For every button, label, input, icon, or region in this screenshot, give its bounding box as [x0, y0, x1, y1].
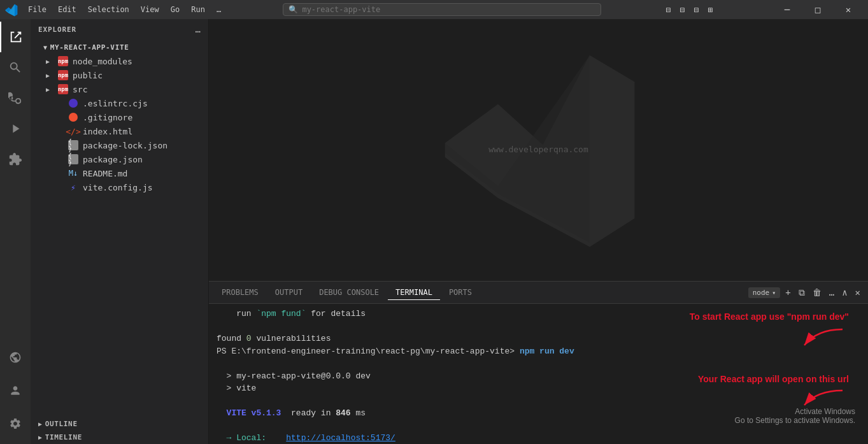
lock-icon: { }	[68, 140, 79, 151]
term-line-npm-fund: run `npm fund` for details	[217, 308, 860, 320]
tree-item-src[interactable]: ▶ npm src	[31, 82, 208, 96]
tree-item-package-json[interactable]: ▶ { } package.json	[31, 152, 208, 166]
sidebar-title: EXPLORER	[38, 25, 76, 34]
activity-bar-bottom	[0, 342, 31, 439]
menu-view[interactable]: View	[136, 4, 164, 15]
trash-terminal-icon[interactable]: 🗑	[810, 286, 824, 299]
title-bar: File Edit Selection View Go Run … 🔍 ⊟ ⊟ …	[0, 0, 868, 19]
menu-file[interactable]: File	[23, 4, 52, 15]
tab-terminal[interactable]: TERMINAL	[388, 285, 440, 300]
terminal-tabs: PROBLEMS OUTPUT DEBUG CONSOLE TERMINAL P…	[209, 282, 868, 304]
folder-chevron-icon: ▶	[46, 72, 56, 79]
tree-item-label: package.json	[83, 155, 143, 164]
menu-run[interactable]: Run	[186, 4, 210, 15]
activity-bar-run-debug[interactable]	[0, 113, 31, 144]
term-line-react-app: > my-react-app-vite@0.0.0 dev	[217, 370, 860, 383]
tree-item-label: src	[73, 85, 87, 94]
menu-more[interactable]: …	[211, 4, 226, 15]
term-line-blank4	[217, 420, 860, 433]
outline-chevron-icon: ▶	[38, 420, 43, 427]
node-dropdown-icon[interactable]: ▾	[772, 289, 776, 296]
terminal-panel: PROBLEMS OUTPUT DEBUG CONSOLE TERMINAL P…	[209, 281, 868, 444]
tree-item-gitignore[interactable]: ▶ .gitignore	[31, 110, 208, 124]
terminal-toolbar: node ▾ + ⧉ 🗑 … ∧ ✕	[748, 286, 863, 299]
root-chevron-icon: ▼	[43, 44, 48, 51]
tree-item-label: vite.config.js	[83, 183, 153, 192]
editor-content: www.developerqna.com	[209, 19, 868, 281]
git-icon	[68, 111, 79, 123]
activity-bar-settings[interactable]	[0, 408, 31, 439]
chevron-up-icon[interactable]: ∧	[839, 286, 850, 299]
tree-item-eslintrc[interactable]: ▶ .eslintrc.cjs	[31, 96, 208, 110]
menu-selection[interactable]: Selection	[83, 4, 134, 15]
md-icon: M↓	[68, 168, 79, 179]
vscode-watermark	[437, 47, 641, 254]
tree-item-public[interactable]: ▶ npm public	[31, 68, 208, 82]
activity-bar-search[interactable]	[0, 52, 31, 83]
more-terminal-icon[interactable]: …	[827, 286, 837, 299]
term-line-found: found 0 vulnerabilities	[217, 333, 860, 345]
activity-bar-explorer[interactable]	[0, 22, 31, 52]
term-line-vite-ready: VITE v5.1.3 ready in 846 ms	[217, 407, 860, 420]
toggle-secondary-sidebar-icon[interactable]: ⊟	[692, 4, 702, 15]
term-line-local: → Local: http://localhost:5173/	[217, 432, 860, 444]
npm-icon: npm	[57, 55, 69, 67]
file-tree: ▼ MY-REACT-APP-VITE ▶ npm node_modules ▶…	[31, 39, 208, 199]
tab-ports[interactable]: PORTS	[441, 285, 480, 300]
outline-section[interactable]: ▶ OUTLINE	[31, 417, 208, 431]
tree-item-package-lock[interactable]: ▶ { } package-lock.json	[31, 138, 208, 152]
close-panel-icon[interactable]: ✕	[853, 286, 863, 299]
folder-chevron-icon: ▶	[46, 86, 56, 93]
maximize-button[interactable]: □	[803, 0, 832, 19]
sidebar-more-icon[interactable]: …	[196, 24, 201, 34]
window-controls: ─ □ ✕	[772, 0, 863, 19]
close-button[interactable]: ✕	[834, 0, 863, 19]
json-icon: { }	[68, 154, 79, 165]
activity-bar-source-control[interactable]	[0, 83, 31, 113]
menu-edit[interactable]: Edit	[53, 4, 82, 15]
command-palette[interactable]: 🔍	[283, 3, 601, 16]
customize-layout-icon[interactable]: ⊞	[706, 4, 716, 15]
tree-item-label: .gitignore	[83, 113, 132, 122]
eslint-icon	[68, 97, 79, 109]
split-terminal-icon[interactable]: ⧉	[796, 286, 808, 299]
root-folder-name: MY-REACT-APP-VITE	[50, 43, 129, 52]
tab-debug-console[interactable]: DEBUG CONSOLE	[311, 285, 387, 300]
tree-item-vite-config[interactable]: ▶ ⚡ vite.config.js	[31, 180, 208, 194]
term-line-blank3	[217, 395, 860, 408]
toggle-primary-sidebar-icon[interactable]: ⊟	[664, 4, 674, 15]
timeline-label: TIMELINE	[45, 433, 82, 441]
activity-bar-account[interactable]	[0, 375, 31, 406]
sidebar: EXPLORER … ▼ MY-REACT-APP-VITE ▶ npm nod…	[31, 19, 209, 444]
layout-icons: ⊟ ⊟ ⊟ ⊞	[664, 4, 716, 15]
terminal-body[interactable]: run `npm fund` for details found 0 vulne…	[209, 304, 868, 444]
tab-output[interactable]: OUTPUT	[267, 285, 310, 300]
minimize-button[interactable]: ─	[772, 0, 802, 19]
editor-area: www.developerqna.com PROBLEMS OUTPUT DEB…	[209, 19, 868, 444]
tab-problems[interactable]: PROBLEMS	[214, 285, 266, 300]
term-line-vite-cmd: > vite	[217, 382, 860, 395]
tree-item-node-modules[interactable]: ▶ npm node_modules	[31, 54, 208, 68]
npm-icon: npm	[57, 69, 69, 81]
html-icon: </>	[68, 125, 79, 137]
search-input[interactable]	[302, 5, 595, 14]
npm-icon: npm	[57, 83, 69, 95]
menu-go[interactable]: Go	[166, 4, 185, 15]
term-line-blank1	[217, 320, 860, 333]
search-icon: 🔍	[288, 5, 298, 14]
term-line-blank2	[217, 357, 860, 370]
main-area: EXPLORER … ▼ MY-REACT-APP-VITE ▶ npm nod…	[0, 19, 868, 444]
add-terminal-icon[interactable]: +	[783, 286, 793, 299]
tree-item-readme[interactable]: ▶ M↓ README.md	[31, 166, 208, 180]
toggle-panel-icon[interactable]: ⊟	[678, 4, 688, 15]
activity-bar-extensions[interactable]	[0, 144, 31, 175]
activity-bar	[0, 19, 31, 444]
tree-item-label: package-lock.json	[83, 141, 167, 150]
menu-bar: File Edit Selection View Go Run …	[23, 4, 226, 15]
tree-item-label: .eslintrc.cjs	[83, 99, 148, 108]
activity-bar-remote[interactable]	[0, 342, 31, 373]
root-folder-label[interactable]: ▼ MY-REACT-APP-VITE	[31, 39, 208, 54]
tree-item-index-html[interactable]: ▶ </> index.html	[31, 124, 208, 138]
tree-item-label: README.md	[83, 169, 127, 178]
timeline-section[interactable]: ▶ TIMELINE	[31, 431, 208, 444]
